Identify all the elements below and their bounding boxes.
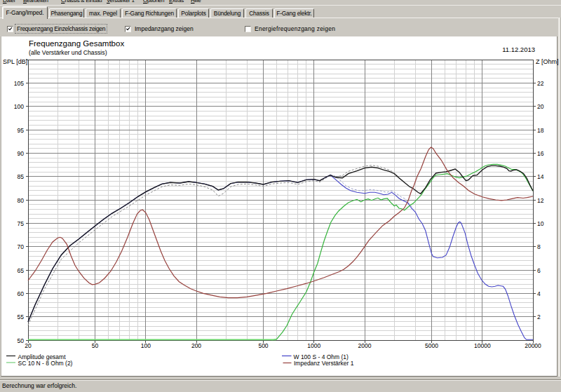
svg-text:6: 6 [537,267,541,274]
svg-text:20000: 20000 [525,342,541,349]
svg-text:20: 20 [537,103,544,110]
svg-text:4: 4 [537,290,541,297]
svg-text:10000: 10000 [474,342,491,349]
svg-text:60: 60 [18,290,25,297]
svg-text:1000: 1000 [307,342,320,349]
svg-text:22: 22 [537,80,544,87]
svg-text:80: 80 [18,197,25,204]
svg-text:105: 105 [14,80,24,87]
svg-text:50: 50 [18,337,25,344]
svg-text:70: 70 [18,243,25,250]
svg-text:75: 75 [18,220,25,227]
svg-text:90: 90 [18,150,25,157]
svg-text:500: 500 [258,342,268,349]
svg-text:2: 2 [537,313,541,320]
svg-text:2000: 2000 [358,342,372,349]
svg-text:12: 12 [537,197,544,204]
svg-text:200: 200 [191,342,201,349]
svg-text:50: 50 [92,342,99,349]
svg-text:85: 85 [18,173,25,180]
svg-text:65: 65 [18,267,25,274]
svg-text:20: 20 [25,342,32,349]
svg-text:5000: 5000 [425,342,438,349]
svg-text:95: 95 [18,127,25,134]
svg-text:55: 55 [18,313,25,320]
svg-text:16: 16 [537,150,544,157]
svg-text:100: 100 [14,103,24,110]
svg-text:10: 10 [537,220,544,227]
svg-text:18: 18 [537,127,544,134]
svg-text:100: 100 [141,342,151,349]
svg-text:14: 14 [537,173,544,180]
svg-text:8: 8 [537,243,541,250]
